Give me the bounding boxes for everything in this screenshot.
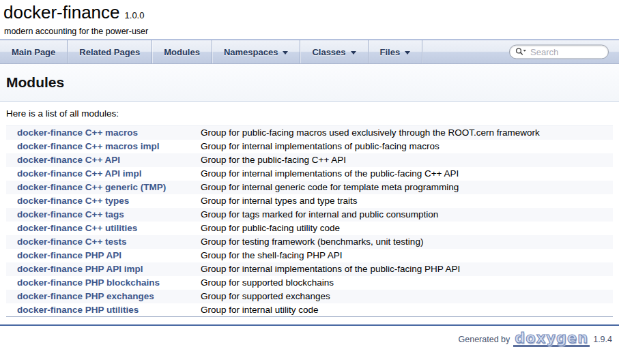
table-row: docker-finance C++ API implGroup for int… — [6, 167, 613, 181]
search-box[interactable] — [509, 45, 609, 59]
generated-by-text: Generated by — [459, 335, 510, 344]
module-link[interactable]: docker-finance PHP exchanges — [17, 291, 154, 301]
doxygen-logo[interactable]: doxygen — [513, 332, 590, 347]
search-input[interactable] — [529, 46, 603, 58]
table-row: docker-finance PHP APIGroup for the shel… — [6, 249, 613, 262]
module-description: Group for public-facing utility code — [197, 222, 613, 235]
module-link[interactable]: docker-finance C++ types — [17, 196, 129, 206]
table-row: docker-finance PHP API implGroup for int… — [6, 262, 613, 276]
module-link[interactable]: docker-finance C++ generic (TMP) — [17, 182, 166, 192]
module-link[interactable]: docker-finance C++ macros impl — [17, 141, 160, 151]
tab-files[interactable]: Files — [369, 40, 423, 63]
module-description: Group for internal generic code for temp… — [197, 181, 613, 194]
tab-label: Files — [380, 47, 401, 57]
title-area: docker-finance1.0.0 modern accounting fo… — [0, 0, 619, 40]
tab-classes[interactable]: Classes — [300, 40, 368, 63]
project-version: 1.0.0 — [120, 10, 145, 20]
intro-text: Here is a list of all modules: — [6, 108, 613, 119]
module-entry-cell: docker-finance C++ API — [6, 153, 197, 167]
module-description: Group for tags marked for internal and p… — [197, 208, 613, 222]
page-header: Modules — [0, 64, 619, 102]
page-title: Modules — [0, 64, 619, 101]
table-row: docker-finance C++ utilitiesGroup for pu… — [6, 222, 613, 235]
module-entry-cell: docker-finance PHP blockchains — [6, 276, 197, 290]
table-row: docker-finance C++ generic (TMP)Group fo… — [6, 181, 613, 194]
module-link[interactable]: docker-finance PHP blockchains — [17, 277, 160, 288]
tab-modules[interactable]: Modules — [152, 40, 212, 63]
module-link[interactable]: docker-finance C++ API — [17, 155, 120, 165]
modules-table: docker-finance C++ macrosGroup for publi… — [6, 125, 613, 317]
module-entry-cell: docker-finance C++ generic (TMP) — [6, 181, 197, 194]
project-name-text: docker-finance — [3, 2, 120, 22]
table-row: docker-finance PHP utilitiesGroup for in… — [6, 303, 613, 317]
module-entry-cell: docker-finance PHP API impl — [6, 262, 197, 276]
table-row: docker-finance C++ typesGroup for intern… — [6, 194, 613, 208]
table-row: docker-finance C++ macrosGroup for publi… — [6, 126, 613, 140]
module-entry-cell: docker-finance C++ utilities — [6, 222, 197, 235]
module-entry-cell: docker-finance C++ tests — [6, 235, 197, 249]
module-entry-cell: docker-finance C++ types — [6, 194, 197, 208]
module-description: Group for internal utility code — [197, 303, 613, 317]
chevron-down-icon — [283, 51, 288, 55]
module-description: Group for internal implementations of pu… — [197, 140, 613, 153]
module-link[interactable]: docker-finance C++ utilities — [17, 223, 137, 233]
tab-main-page[interactable]: Main Page — [0, 40, 68, 63]
module-link[interactable]: docker-finance C++ API impl — [17, 168, 142, 179]
chevron-down-icon — [405, 51, 410, 55]
tab-label: Classes — [312, 47, 345, 57]
table-row: docker-finance PHP blockchainsGroup for … — [6, 276, 613, 290]
module-description: Group for public-facing macros used excl… — [197, 126, 613, 140]
module-entry-cell: docker-finance C++ API impl — [6, 167, 197, 181]
module-link[interactable]: docker-finance C++ tags — [17, 209, 124, 219]
module-link[interactable]: docker-finance PHP API — [17, 250, 121, 260]
module-link[interactable]: docker-finance C++ tests — [17, 237, 127, 247]
contents: Here is a list of all modules: docker-fi… — [0, 108, 619, 317]
module-entry-cell: docker-finance PHP exchanges — [6, 290, 197, 303]
modules-table-body: docker-finance C++ macrosGroup for publi… — [6, 126, 613, 317]
module-description: Group for internal implementations of th… — [197, 167, 613, 181]
module-entry-cell: docker-finance C++ tags — [6, 208, 197, 222]
search-magnifier-icon[interactable] — [515, 48, 527, 57]
module-link[interactable]: docker-finance C++ macros — [17, 127, 138, 138]
tab-label: Modules — [164, 47, 200, 57]
module-description: Group for internal types and type traits — [197, 194, 613, 208]
table-row: docker-finance C++ macros implGroup for … — [6, 140, 613, 153]
module-entry-cell: docker-finance C++ macros impl — [6, 140, 197, 153]
main-navigation: Main PageRelated PagesModulesNamespacesC… — [0, 40, 619, 64]
table-row: docker-finance C++ testsGroup for testin… — [6, 235, 613, 249]
module-entry-cell: docker-finance C++ macros — [6, 126, 197, 140]
module-description: Group for supported blockchains — [197, 276, 613, 290]
table-row: docker-finance C++ APIGroup for the publ… — [6, 153, 613, 167]
project-brief: modern accounting for the power-user — [3, 26, 619, 38]
module-entry-cell: docker-finance PHP utilities — [6, 303, 197, 317]
module-link[interactable]: docker-finance PHP utilities — [17, 305, 139, 315]
tab-related-pages[interactable]: Related Pages — [68, 40, 152, 63]
table-row: docker-finance C++ tagsGroup for tags ma… — [6, 208, 613, 222]
module-description: Group for supported exchanges — [197, 290, 613, 303]
project-name: docker-finance1.0.0 — [3, 2, 619, 26]
module-description: Group for testing framework (benchmarks,… — [197, 235, 613, 249]
module-link[interactable]: docker-finance PHP API impl — [17, 264, 143, 274]
chevron-down-icon — [351, 51, 356, 55]
module-description: Group for the public-facing C++ API — [197, 153, 613, 167]
tab-label: Related Pages — [79, 47, 140, 57]
tab-label: Main Page — [12, 47, 55, 57]
module-description: Group for the shell-facing PHP API — [197, 249, 613, 262]
tab-namespaces[interactable]: Namespaces — [212, 40, 301, 63]
table-row: docker-finance PHP exchangesGroup for su… — [6, 290, 613, 303]
doxygen-version: 1.9.4 — [593, 335, 612, 344]
module-description: Group for internal implementations of th… — [197, 262, 613, 276]
module-entry-cell: docker-finance PHP API — [6, 249, 197, 262]
footer: Generated by doxygen 1.9.4 — [0, 326, 619, 347]
tab-label: Namespaces — [224, 47, 278, 57]
